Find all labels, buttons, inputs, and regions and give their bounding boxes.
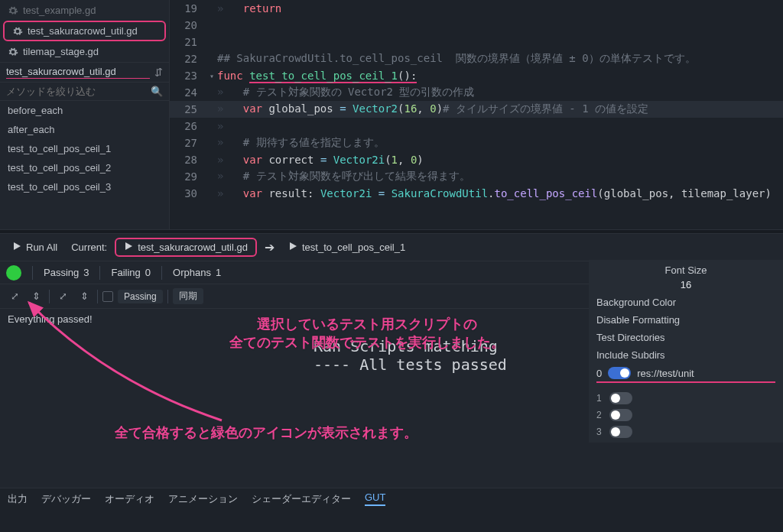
status-pass-icon xyxy=(6,265,21,281)
chip-label: test_to_cell_pos_ceil_1 xyxy=(302,242,405,253)
settings-panel: Font Size 16 Background Color Disable Fo… xyxy=(589,260,783,443)
dir-toggle[interactable] xyxy=(608,367,631,379)
bottom-tab[interactable]: デバッガー xyxy=(41,492,91,506)
run-all-label: Run All xyxy=(26,242,57,253)
line-number: 22 xyxy=(170,53,206,65)
current-test-chip[interactable]: test_to_cell_pos_ceil_1 xyxy=(282,239,411,255)
separator xyxy=(32,266,33,280)
code-content: » var result: Vector2i = SakuraCrowdUtil… xyxy=(217,187,772,200)
method-item[interactable]: test_to_cell_pos_ceil_1 xyxy=(0,139,169,158)
code-line[interactable]: 21 xyxy=(170,34,783,50)
line-number: 23 xyxy=(170,70,206,82)
disable-fmt-label[interactable]: Disable Formatting xyxy=(596,314,775,326)
script-item-active[interactable]: test_sakuracrowd_util.gd xyxy=(3,21,166,41)
code-line[interactable]: 23▾func test_to_cell_pos_ceil_1(): xyxy=(170,67,783,84)
method-list: before_eachafter_eachtest_to_cell_pos_ce… xyxy=(0,101,169,196)
code-content: » return xyxy=(217,2,281,15)
separator xyxy=(99,266,100,280)
bottom-tab[interactable]: GUT xyxy=(365,491,385,506)
script-name: test_example.gd xyxy=(23,5,96,16)
code-line[interactable]: 29» # テスト対象関数を呼び出して結果を得ます。 xyxy=(170,168,783,185)
method-item[interactable]: before_each xyxy=(0,101,169,120)
script-item[interactable]: tilemap_stage.gd xyxy=(0,43,169,60)
bgcolor-label[interactable]: Background Color xyxy=(596,297,775,308)
code-line[interactable]: 27» # 期待する値を指定します。 xyxy=(170,135,783,151)
passing-filter-button[interactable]: Passing xyxy=(118,290,163,303)
separator xyxy=(161,266,162,280)
play-icon xyxy=(124,242,133,253)
line-number: 28 xyxy=(170,154,206,166)
stat-value: 1 xyxy=(216,267,221,278)
method-filter-input[interactable] xyxy=(6,86,146,97)
script-item[interactable]: test_example.gd xyxy=(0,2,169,19)
run-all-button[interactable]: Run All xyxy=(6,239,63,255)
code-line[interactable]: 22## SakuraCrowdUtil.to_cell_pos_ceil 関数… xyxy=(170,50,783,67)
sort-icon[interactable]: ⇵ xyxy=(154,66,163,78)
passing-stat: Passing 3 xyxy=(44,267,89,278)
expand-icon[interactable]: ⤢ xyxy=(6,288,23,305)
code-content: » xyxy=(217,120,223,132)
code-line[interactable]: 30» var result: Vector2i = SakuraCrowdUt… xyxy=(170,185,783,202)
script-list: test_example.gd test_sakuracrowd_util.gd… xyxy=(0,0,169,62)
code-content: » var global_pos = Vector2(16, 0)# タイルサイ… xyxy=(217,102,648,116)
method-filter-row: 🔍 xyxy=(0,83,169,101)
sync-button[interactable]: 同期 xyxy=(173,288,203,304)
code-content: » # テスト対象関数を呼び出して結果を得ます。 xyxy=(217,170,470,183)
code-line[interactable]: 19» return xyxy=(170,0,783,17)
stat-value: 3 xyxy=(83,267,89,278)
line-number: 24 xyxy=(170,86,206,99)
dir-path[interactable]: res://test/unit xyxy=(637,368,694,379)
bottom-tab[interactable]: シェーダーエディター xyxy=(252,492,351,506)
dir-index: 0 xyxy=(596,368,602,379)
script-name: tilemap_stage.gd xyxy=(23,46,99,57)
method-item[interactable]: test_to_cell_pos_ceil_2 xyxy=(0,158,169,177)
search-icon[interactable]: 🔍 xyxy=(151,86,163,97)
current-script-name: test_sakuracrowd_util.gd xyxy=(6,66,150,79)
line-number: 19 xyxy=(170,2,206,15)
dir-toggle[interactable] xyxy=(609,426,632,438)
dir-index: 3 xyxy=(596,427,602,437)
bottom-tab[interactable]: オーディオ xyxy=(105,492,154,506)
bottom-tab[interactable]: アニメーション xyxy=(168,492,238,506)
stat-label: Failing xyxy=(111,267,140,278)
line-number: 29 xyxy=(170,170,206,183)
fold-arrow-icon[interactable]: ▾ xyxy=(206,72,217,80)
include-subdirs-label: Include Subdirs xyxy=(596,349,775,361)
code-editor[interactable]: 19» return202122## SakuraCrowdUtil.to_ce… xyxy=(170,0,783,229)
collapse-icon[interactable]: ⇕ xyxy=(28,288,44,305)
code-line[interactable]: 25» var global_pos = Vector2(16, 0)# タイル… xyxy=(170,101,783,118)
current-script-row: test_sakuracrowd_util.gd ⇵ xyxy=(0,62,169,83)
line-number: 26 xyxy=(170,120,206,132)
code-content: » # テスト対象関数の Vector2 型の引数の作成 xyxy=(217,86,474,99)
passing-checkbox[interactable] xyxy=(102,291,113,302)
dir-toggle[interactable] xyxy=(609,409,632,421)
line-number: 20 xyxy=(170,19,206,31)
method-item[interactable]: test_to_cell_pos_ceil_3 xyxy=(0,177,169,196)
code-line[interactable]: 20 xyxy=(170,17,783,34)
method-item[interactable]: after_each xyxy=(0,120,169,139)
expand2-icon[interactable]: ⤢ xyxy=(54,288,71,305)
gear-icon xyxy=(8,5,18,16)
dir-toggle[interactable] xyxy=(609,392,632,404)
current-script-chip[interactable]: test_sakuracrowd_util.gd xyxy=(115,238,257,257)
bottom-tabs: 出力デバッガーオーディオアニメーションシェーダーエディターGUT xyxy=(0,488,783,509)
arrow-right-icon: ➔ xyxy=(265,240,275,255)
script-name: test_sakuracrowd_util.gd xyxy=(28,25,138,37)
dir-index: 1 xyxy=(596,393,602,404)
bottom-tab[interactable]: 出力 xyxy=(8,492,28,506)
code-line[interactable]: 26» xyxy=(170,118,783,135)
gut-panel: Run All Current: test_sakuracrowd_util.g… xyxy=(0,234,783,509)
current-label: Current: xyxy=(71,242,107,253)
stat-label: Orphans xyxy=(173,267,211,278)
script-panel: test_example.gd test_sakuracrowd_util.gd… xyxy=(0,0,170,229)
code-line[interactable]: 28» var correct = Vector2i(1, 0) xyxy=(170,151,783,168)
code-content: func test_to_cell_pos_ceil_1(): xyxy=(217,70,417,82)
stat-label: Passing xyxy=(44,267,79,278)
chip-label: test_sakuracrowd_util.gd xyxy=(138,242,248,253)
dir-index: 2 xyxy=(596,410,602,420)
font-size-value[interactable]: 16 xyxy=(681,279,691,290)
collapse2-icon[interactable]: ⇕ xyxy=(76,288,93,305)
line-number: 21 xyxy=(170,36,206,48)
code-line[interactable]: 24» # テスト対象関数の Vector2 型の引数の作成 xyxy=(170,84,783,101)
font-size-label: Font Size xyxy=(665,264,707,276)
